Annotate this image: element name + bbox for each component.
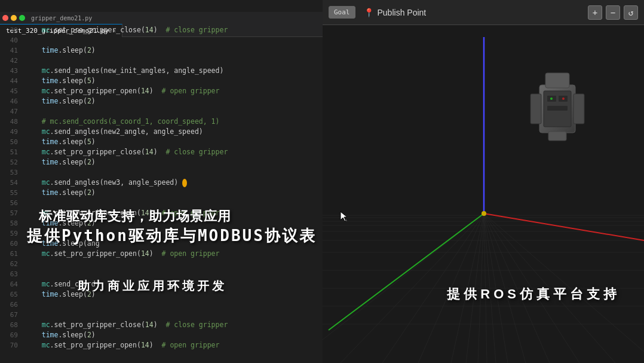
svg-rect-38 (547, 106, 568, 111)
code-line-55: 55 time.sleep(2) (0, 188, 323, 198)
code-line-59: 59 (0, 228, 323, 239)
code-line-50: 50 time.sleep(5) (0, 137, 323, 147)
3d-viewport-panel: Goal 📍 Publish Point + − ↺ (323, 0, 644, 363)
code-lines: 39 mc.set_pro_gripper_close(14) # close … (0, 25, 323, 350)
viewport-goal-btn[interactable]: Goal (329, 6, 355, 19)
code-line-57: 57 mc.set_pro_gripper_open(14) # open gr… (0, 208, 323, 218)
code-editor-panel: gripper_demo21.py test_320_gripper_demo2… (0, 12, 323, 363)
viewport-topbar: Goal 📍 Publish Point + − ↺ (323, 0, 644, 25)
code-line-63: 63 (0, 269, 323, 279)
window-filename: gripper_demo21.py (31, 15, 92, 22)
code-line-54: 54 mc.send_angles(new3, angle_speed) (0, 178, 323, 188)
code-line-43: 43 mc.send_angles(new_init_angles, angle… (0, 66, 323, 76)
window-close-btn[interactable] (2, 15, 8, 21)
svg-rect-34 (574, 94, 584, 124)
pin-icon: 📍 (364, 8, 374, 17)
code-line-52: 52 time.sleep(2) (0, 157, 323, 167)
code-line-67: 67 (0, 310, 323, 320)
zoom-out-btn[interactable]: − (606, 5, 620, 20)
code-line-53: 53 (0, 167, 323, 178)
code-line-47: 47 (0, 106, 323, 117)
code-line-65: 65 time.sleep(2) (0, 289, 323, 300)
robot-arm (519, 61, 596, 169)
code-line-68: 68 mc.set_pro_gripper_close(14) # close … (0, 320, 323, 330)
code-line-49: 49 mc.send_angles(new2_angle, angle_spee… (0, 127, 323, 137)
code-line-62: 62 (0, 259, 323, 269)
code-line-44: 44 time.sleep(5) (0, 76, 323, 86)
code-line-51: 51 mc.set_pro_gripper_close(14) # close … (0, 147, 323, 157)
svg-point-40 (550, 97, 553, 100)
window-maximize-btn[interactable] (19, 15, 25, 21)
window-titlebar: gripper_demo21.py (0, 12, 323, 24)
viewport-title: Publish Point (378, 8, 427, 17)
code-line-45: 45 mc.set_pro_gripper_open(14) # open gr… (0, 86, 323, 96)
code-line-40: 40 (0, 35, 323, 45)
code-line-61: 61 mc.set_pro_gripper_open(14) # open gr… (0, 249, 323, 259)
code-line-70: 70 mc.set_pro_gripper_open(14) # open gr… (0, 340, 323, 350)
viewport-title-area: 📍 Publish Point (364, 8, 427, 17)
code-line-41: 41 time.sleep(2) (0, 45, 323, 56)
svg-point-30 (482, 211, 486, 216)
mouse-cursor-indicator (339, 211, 351, 225)
reset-view-btn[interactable]: ↺ (624, 5, 638, 20)
code-line-42: 42 (0, 56, 323, 66)
svg-rect-33 (530, 94, 541, 124)
code-area[interactable]: 39 mc.set_pro_gripper_close(14) # close … (0, 25, 323, 363)
code-line-66: 66 (0, 300, 323, 310)
code-line-60: 60 time.sleep(ang (0, 239, 323, 249)
svg-point-41 (562, 97, 565, 100)
code-line-58: 58 time.sleep(2) (0, 218, 323, 228)
code-line-48: 48 # mc.send_coords(a_coord_1, coord_spe… (0, 117, 323, 127)
code-line-64: 64 mc.send_coord (0, 279, 323, 289)
viewport-controls: + − ↺ (588, 5, 638, 20)
zoom-in-btn[interactable]: + (588, 5, 602, 20)
code-line-69: 69 time.sleep(2) (0, 330, 323, 340)
svg-rect-39 (548, 132, 566, 141)
window-minimize-btn[interactable] (11, 15, 17, 21)
3d-scene[interactable]: 提供ROS仿真平台支持 (323, 37, 644, 363)
code-line-39: 39 mc.set_pro_gripper_close(14) # close … (0, 25, 323, 35)
svg-rect-32 (545, 73, 569, 88)
code-line-46: 46 time.sleep(2) (0, 96, 323, 106)
code-line-56: 56 (0, 198, 323, 208)
